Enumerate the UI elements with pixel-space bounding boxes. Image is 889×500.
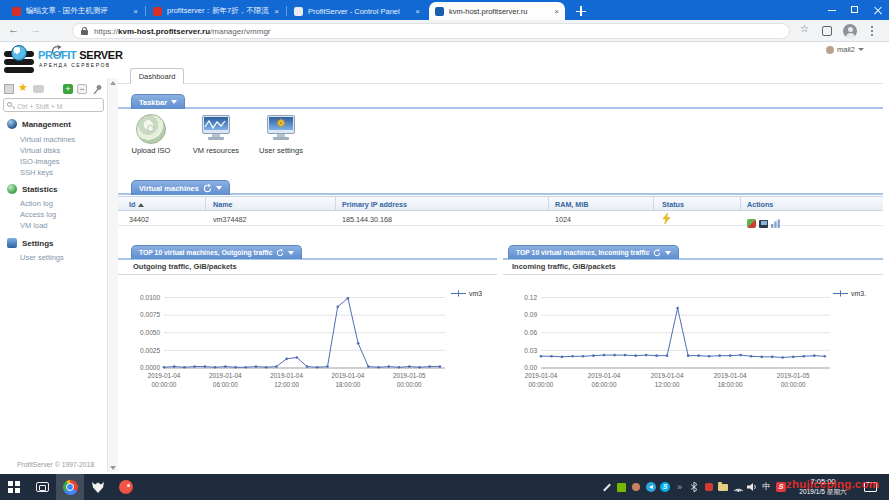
browser-menu-icon[interactable] — [871, 26, 873, 36]
legend-label: vm3 — [469, 290, 482, 297]
tab-separator — [145, 6, 146, 16]
tab1-close-icon[interactable]: × — [133, 7, 138, 16]
bookmark-star-icon[interactable]: ☆ — [800, 23, 809, 34]
svg-text:2019-01-04: 2019-01-04 — [651, 372, 684, 379]
sidebar-item-action-log[interactable]: Action log — [20, 199, 53, 208]
taskbar-wolf-app-button[interactable] — [84, 474, 112, 500]
tab-dashboard[interactable]: Dashboard — [130, 68, 184, 84]
extension-icon[interactable] — [822, 26, 832, 36]
panel-taskbar-header[interactable]: Taskbar — [131, 94, 185, 109]
tray-pen-icon[interactable] — [602, 482, 612, 492]
chevron-down-icon[interactable] — [665, 251, 671, 255]
padlock-icon[interactable] — [81, 27, 88, 35]
tray-user-icon[interactable] — [631, 482, 641, 492]
chevron-down-icon[interactable] — [288, 251, 294, 255]
stats-action-icon[interactable] — [771, 219, 780, 228]
url-bar[interactable]: https://kvm-host.profitserver.ru/manager… — [72, 23, 790, 39]
column-ip[interactable]: Primary IP address — [342, 200, 407, 209]
section-management[interactable]: Management — [7, 119, 71, 129]
column-id[interactable]: Id — [129, 200, 144, 209]
taskbar-bird-app-button[interactable] — [112, 474, 140, 500]
back-icon[interactable]: ← — [8, 23, 19, 35]
window-maximize-button[interactable] — [844, 0, 866, 20]
sidebar-item-access-log[interactable]: Access log — [20, 210, 56, 219]
camera-icon[interactable] — [33, 85, 44, 93]
search-input[interactable] — [15, 99, 105, 113]
sidebar-item-ssh-keys[interactable]: SSH keys — [20, 168, 53, 177]
tray-nvidia-icon[interactable] — [617, 482, 627, 492]
start-button[interactable] — [0, 474, 28, 500]
vm-table-row[interactable]: 34402 vm374482 185.144.30.168 1024 — [118, 211, 883, 226]
sidebar-item-virtual-machines[interactable]: Virtual machines — [20, 135, 75, 144]
logo-subtitle: АРЕНДА СЕРВЕРОВ — [39, 62, 111, 68]
account-menu[interactable]: mail2 — [826, 45, 864, 54]
chrome-icon — [63, 480, 78, 495]
panel-outgoing-header[interactable]: TOP 10 virtual machines, Outgoing traffi… — [131, 245, 302, 259]
chevron-down-icon[interactable] — [171, 100, 177, 104]
svg-text:2019-01-04: 2019-01-04 — [714, 372, 747, 379]
forward-icon[interactable]: → — [30, 23, 41, 35]
sidebar-item-virtual-disks[interactable]: Virtual disks — [20, 146, 60, 155]
tray-language-indicator[interactable]: 中 — [762, 482, 772, 492]
refresh-icon[interactable] — [276, 249, 284, 257]
chart-subtitle: Incoming traffic, GiB/packets — [512, 262, 616, 271]
section-statistics[interactable]: Statistics — [7, 184, 58, 194]
user-settings-icon — [266, 115, 296, 143]
tab2-favicon — [153, 7, 162, 16]
browser-tab-1[interactable]: 蝙蝠文章 - 国外主机测评 × — [6, 2, 144, 20]
column-ram[interactable]: RAM, MiB — [555, 200, 589, 209]
panel-incoming-header[interactable]: TOP 10 virtual machines, Incoming traffi… — [508, 245, 679, 259]
browser-tab-2[interactable]: profitserver：新年7折，不限流 × — [147, 2, 285, 20]
sidebar-item-iso-images[interactable]: ISO-images — [20, 157, 60, 166]
browser-tab-active[interactable]: kvm-host.profitserver.ru × — [429, 2, 565, 20]
sidebar-item-user-settings[interactable]: User settings — [20, 253, 64, 262]
tab2-close-icon[interactable]: × — [274, 7, 279, 16]
chevron-down-icon[interactable] — [216, 186, 222, 190]
sidebar-scrollbar[interactable] — [107, 78, 118, 472]
chart-legend[interactable]: vm3. — [833, 290, 866, 297]
refresh-icon[interactable] — [203, 184, 212, 193]
tab3-close-icon[interactable]: × — [415, 7, 420, 16]
taskbar-chrome-button[interactable] — [56, 474, 84, 500]
window-close-button[interactable] — [867, 0, 889, 20]
tray-red-icon[interactable] — [704, 482, 714, 492]
new-tab-button[interactable] — [572, 4, 590, 18]
tray-volume-icon[interactable] — [747, 482, 757, 492]
refresh-icon[interactable] — [653, 249, 661, 257]
browser-tab-3[interactable]: ProfitServer - Control Panel × — [288, 2, 426, 20]
shortcut-upload-iso[interactable]: Upload ISO — [120, 112, 182, 155]
column-actions[interactable]: Actions — [747, 200, 773, 209]
profile-avatar[interactable] — [843, 24, 857, 38]
window-minimize-button[interactable] — [821, 0, 843, 20]
tray-chevrons-icon[interactable]: » — [675, 482, 685, 492]
scroll-down-icon[interactable] — [110, 466, 116, 470]
power-action-icon[interactable] — [747, 219, 756, 228]
tray-folder-icon[interactable] — [718, 482, 728, 492]
tray-telegram-icon[interactable] — [646, 482, 656, 492]
tray-bluetooth-icon[interactable] — [689, 482, 699, 492]
tray-skype-icon[interactable]: S — [660, 482, 670, 492]
user-icon — [826, 46, 834, 54]
chart-legend[interactable]: vm3 — [451, 290, 482, 297]
tab4-close-icon[interactable]: × — [554, 7, 559, 16]
shortcut-user-settings[interactable]: User settings — [250, 112, 312, 155]
collapse-minus-icon[interactable]: − — [77, 84, 87, 94]
windows-logo-icon — [8, 481, 20, 493]
panels-icon[interactable] — [4, 84, 14, 94]
expand-plus-icon[interactable]: + — [63, 84, 73, 94]
task-view-button[interactable] — [28, 474, 56, 500]
svg-text:0.09: 0.09 — [524, 311, 537, 318]
svg-text:0.12: 0.12 — [524, 294, 537, 301]
shortcut-vm-resources[interactable]: VM resources — [185, 112, 247, 155]
vnc-action-icon[interactable] — [759, 220, 768, 228]
column-name[interactable]: Name — [213, 200, 233, 209]
panel-vm-header[interactable]: Virtual machines — [131, 180, 230, 195]
svg-text:00:00:00: 00:00:00 — [397, 381, 422, 388]
column-status[interactable]: Status — [662, 200, 684, 209]
section-settings[interactable]: Settings — [7, 238, 54, 248]
favorites-star-icon[interactable]: ★ — [18, 81, 28, 92]
tray-network-icon[interactable] — [733, 482, 743, 492]
sidebar-item-vm-load[interactable]: VM load — [20, 221, 48, 230]
scroll-up-icon[interactable] — [110, 81, 116, 85]
pin-icon[interactable] — [92, 84, 103, 95]
